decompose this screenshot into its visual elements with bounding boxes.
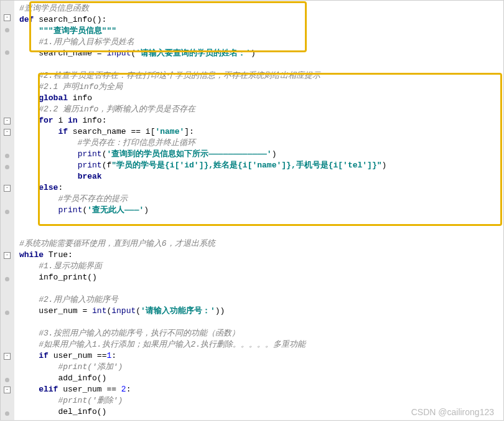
gutter-dot: [5, 165, 9, 169]
fold-marker[interactable]: -: [4, 185, 11, 192]
gutter-dot: [5, 378, 9, 382]
gutter: - - - - - - -: [1, 1, 14, 420]
gutter-dot: [5, 311, 9, 315]
gutter-dot: [5, 50, 9, 55]
fold-marker[interactable]: -: [4, 252, 11, 259]
fold-marker[interactable]: -: [4, 118, 11, 124]
fold-marker[interactable]: -: [4, 353, 11, 360]
gutter-dot: [5, 411, 9, 416]
code-area[interactable]: #查询学员信息函数 def search_info(): """查询学员信息""…: [14, 1, 503, 420]
gutter-dot: [5, 154, 9, 158]
fold-marker[interactable]: -: [4, 14, 11, 21]
gutter-dot: [5, 277, 9, 281]
gutter-dot: [5, 210, 9, 214]
gutter-dot: [5, 28, 9, 32]
code-line: #查询学员信息函数: [19, 4, 89, 13]
fold-marker[interactable]: -: [4, 387, 11, 393]
fold-marker[interactable]: -: [4, 129, 11, 136]
code-editor: - - - - - - - #查询学员信息函数 def search_info(…: [0, 0, 504, 421]
